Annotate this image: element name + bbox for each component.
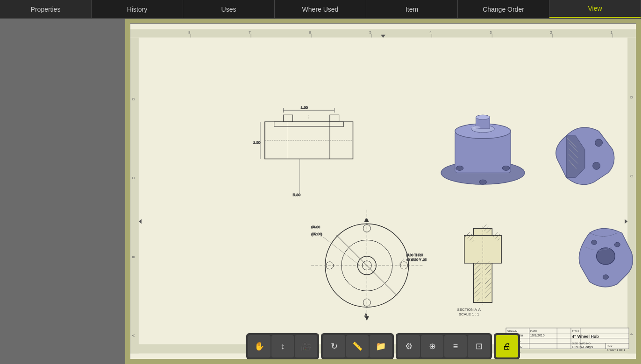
svg-text:5: 5 <box>369 30 371 35</box>
svg-text:Ø4.00: Ø4.00 <box>311 225 320 229</box>
svg-text:B: B <box>131 256 135 258</box>
svg-text:3: 3 <box>490 30 492 35</box>
tool-btn-measure[interactable]: 📏 <box>346 335 369 357</box>
svg-text:SHEET 1 OF 1: SHEET 1 OF 1 <box>606 349 625 351</box>
tab-item[interactable]: Item <box>366 0 458 18</box>
svg-point-54 <box>476 115 490 119</box>
svg-text:A: A <box>131 334 135 337</box>
tool-btn-pan[interactable]: ✋ <box>248 335 271 357</box>
svg-text:2: 2 <box>550 30 552 35</box>
toolbar-group-settings: ⚙⊕≡⊡ <box>396 333 492 359</box>
toolbar-group-navigation: ✋↕🎥 <box>246 333 319 359</box>
svg-text:7: 7 <box>249 30 251 35</box>
tool-btn-stack[interactable]: ≡ <box>444 335 467 357</box>
svg-text:A: A <box>630 332 633 336</box>
tool-btn-settings[interactable]: ⚙ <box>398 335 420 357</box>
sidebar <box>0 19 125 364</box>
cad-drawing: 8 7 6 5 4 3 2 1 D C <box>130 24 636 359</box>
svg-text:TITLE: TITLE <box>572 330 579 333</box>
tab-properties[interactable]: Properties <box>0 0 92 18</box>
svg-rect-2 <box>130 37 139 353</box>
svg-text:1.00: 1.00 <box>301 105 308 110</box>
tool-btn-camera[interactable]: 🎥 <box>295 335 317 357</box>
svg-point-58 <box>471 126 481 129</box>
svg-text:6: 6 <box>309 30 311 35</box>
svg-point-64 <box>595 139 603 147</box>
tool-btn-fullscreen[interactable]: ⊡ <box>468 335 490 357</box>
toolbar: ✋↕🎥↻📏📁⚙⊕≡⊡🖨 <box>246 333 520 359</box>
svg-text:D: D <box>630 95 633 99</box>
svg-text:D      hub-Garys: D hub-Garys <box>572 345 593 349</box>
svg-point-122 <box>614 242 620 247</box>
svg-text:1: 1 <box>610 30 613 35</box>
tab-view[interactable]: View <box>549 0 641 18</box>
tab-where-used[interactable]: Where Used <box>275 0 366 18</box>
tool-btn-rotate[interactable]: ↻ <box>323 335 345 357</box>
toolbar-group-export: 🖨 <box>494 333 520 359</box>
svg-text:Ø.38 THRU: Ø.38 THRU <box>406 253 423 257</box>
tool-btn-layers[interactable]: ⊕ <box>421 335 443 357</box>
svg-point-57 <box>479 180 486 184</box>
toolbar-group-tools: ↻📏📁 <box>321 333 394 359</box>
svg-text:4" Wheel Hub: 4" Wheel Hub <box>572 334 599 339</box>
tab-bar: PropertiesHistoryUsesWhere UsedItemChang… <box>0 0 641 19</box>
svg-text:(Ø2.00): (Ø2.00) <box>311 232 322 236</box>
tool-btn-print[interactable]: 🖨 <box>496 335 518 357</box>
svg-text:C: C <box>630 174 633 178</box>
svg-text:4: 4 <box>429 30 432 35</box>
svg-rect-3 <box>627 37 636 353</box>
svg-text:D: D <box>131 98 135 100</box>
tool-btn-zoom-fit[interactable]: ↕ <box>271 335 294 357</box>
svg-text:DATE: DATE <box>530 330 537 333</box>
svg-text:10/2/2010: 10/2/2010 <box>530 334 545 337</box>
svg-text:SECTION A-A: SECTION A-A <box>457 308 481 312</box>
svg-point-55 <box>456 166 463 170</box>
svg-rect-0 <box>130 29 636 354</box>
drawing-paper: 8 7 6 5 4 3 2 1 D C <box>130 23 636 359</box>
main-area: 8 7 6 5 4 3 2 1 D C <box>0 19 641 364</box>
tab-uses[interactable]: Uses <box>183 0 275 18</box>
svg-point-121 <box>591 240 597 245</box>
drawing-area: 8 7 6 5 4 3 2 1 D C <box>125 19 641 364</box>
svg-text:C: C <box>131 176 135 179</box>
svg-point-123 <box>603 275 609 280</box>
tab-change-order[interactable]: Change Order <box>458 0 549 18</box>
tool-btn-folder[interactable]: 📁 <box>370 335 392 357</box>
svg-text:8: 8 <box>188 30 191 35</box>
svg-text:1.50: 1.50 <box>253 140 261 145</box>
svg-text:4X Ø.50 Y .25: 4X Ø.50 Y .25 <box>406 258 427 261</box>
svg-point-56 <box>502 166 510 170</box>
svg-point-65 <box>593 162 600 169</box>
svg-text:REV: REV <box>606 344 612 347</box>
svg-text:SCALE 1 : 1: SCALE 1 : 1 <box>459 312 479 316</box>
tab-history[interactable]: History <box>92 0 183 18</box>
svg-text:DRAWN: DRAWN <box>507 330 517 333</box>
